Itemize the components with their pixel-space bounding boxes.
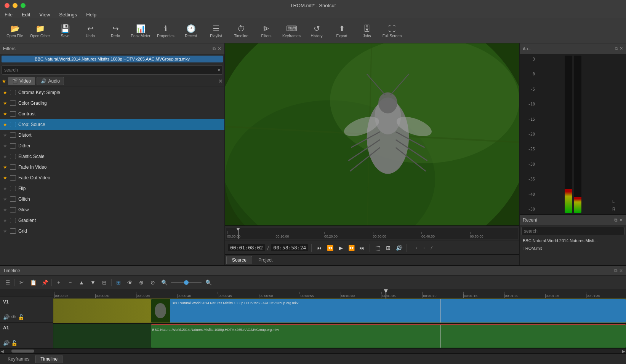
tab-project[interactable]: Project bbox=[253, 256, 278, 264]
timecode-current[interactable]: 00:01:08:02 bbox=[228, 244, 265, 251]
grid-button[interactable]: ⊞ bbox=[384, 243, 393, 252]
recent-panel-float-icon[interactable]: ⧉ bbox=[614, 217, 618, 223]
list-item[interactable]: ★ Flip bbox=[0, 183, 224, 194]
minimize-button[interactable] bbox=[13, 3, 18, 8]
list-item[interactable]: ★ Distort bbox=[0, 130, 224, 140]
vt-ruler[interactable]: 00:00:00 00:10:00 00:20:00 00:30:00 bbox=[226, 228, 518, 239]
a1-track-row[interactable]: BBC.Natural.World.2014.Natures.Misfits.1… bbox=[53, 324, 626, 349]
properties-button[interactable]: ℹ Properties bbox=[154, 21, 178, 42]
fullscreen-button[interactable]: ⛶ Full Screen bbox=[380, 21, 404, 42]
overwrite-button[interactable]: ▼ bbox=[88, 278, 98, 287]
audio-panel-close-icon[interactable]: ✕ bbox=[620, 46, 623, 51]
timeline-button[interactable]: ⏱ Timeline bbox=[229, 21, 253, 42]
filter-star-icon[interactable]: ★ bbox=[3, 133, 8, 138]
list-item[interactable]: ★ Fade Out Video bbox=[0, 172, 224, 183]
history-button[interactable]: ↺ History bbox=[305, 21, 328, 42]
save-button[interactable]: 💾 Save bbox=[53, 21, 77, 42]
zoom-out-button[interactable]: 🔍 bbox=[160, 278, 169, 287]
skip-to-start-button[interactable]: ⏮ bbox=[315, 243, 324, 252]
filter-star-icon[interactable]: ★ bbox=[3, 143, 8, 148]
video-timeline-ruler[interactable]: 00:00:00 00:10:00 00:20:00 00:30:00 bbox=[225, 225, 519, 241]
clip-main-v1[interactable]: BBC.Natural.World.2014.Natures.Misfits.1… bbox=[151, 299, 626, 322]
filter-star-icon[interactable]: ★ bbox=[3, 196, 8, 202]
zoom-in-button[interactable]: 🔍 bbox=[204, 278, 213, 287]
recent-panel-close-icon[interactable]: ✕ bbox=[619, 217, 623, 223]
a1-lock-icon[interactable]: 🔓 bbox=[11, 340, 18, 346]
play-button[interactable]: ▶ bbox=[336, 243, 345, 252]
v1-lock-icon[interactable]: 🔓 bbox=[18, 314, 24, 320]
list-item[interactable]: BBC.Natural.World.2014.Natures.Misfi... bbox=[520, 237, 626, 244]
scroll-right-arrow[interactable]: ▶ bbox=[622, 349, 625, 353]
list-item[interactable]: ★ Elastic Scale bbox=[0, 151, 224, 162]
ripple-button[interactable]: ⊞ bbox=[114, 278, 123, 287]
list-item[interactable]: ★ Glow bbox=[0, 204, 224, 215]
filters-search-input[interactable] bbox=[3, 67, 217, 73]
list-item[interactable]: ★ Glitch bbox=[0, 194, 224, 204]
lift-button[interactable]: ▲ bbox=[77, 278, 86, 287]
open-file-button[interactable]: 📂 Open File bbox=[3, 21, 27, 42]
window-controls[interactable] bbox=[5, 3, 26, 8]
v1-volume-icon[interactable]: 🔊 bbox=[3, 314, 10, 320]
filter-star-icon[interactable]: ★ bbox=[3, 228, 8, 234]
menu-help[interactable]: Help bbox=[85, 12, 98, 18]
filters-search-bar[interactable]: ✕ bbox=[2, 65, 223, 75]
filters-button[interactable]: ⫸ Filters bbox=[255, 21, 278, 42]
redo-button[interactable]: ↪ Redo bbox=[104, 21, 127, 42]
list-item[interactable]: ★ Gradient bbox=[0, 215, 224, 226]
clip-pre[interactable] bbox=[53, 299, 151, 322]
timeline-float-icon[interactable]: ⧉ bbox=[614, 268, 618, 273]
copy-button[interactable]: 📋 bbox=[29, 278, 38, 287]
menu-view[interactable]: View bbox=[38, 12, 51, 18]
v1-eye-icon[interactable]: 👁 bbox=[11, 314, 16, 320]
recent-button[interactable]: 🕐 Recent bbox=[179, 21, 203, 42]
in-point-button[interactable]: ⬚ bbox=[373, 243, 382, 252]
timeline-close-icon[interactable]: ✕ bbox=[619, 268, 623, 273]
close-button[interactable] bbox=[5, 3, 10, 8]
tab-timeline[interactable]: Timeline bbox=[35, 355, 62, 363]
jobs-button[interactable]: 🗄 Jobs bbox=[355, 21, 379, 42]
step-back-button[interactable]: ⏪ bbox=[325, 243, 335, 252]
panel-close-icon[interactable]: ✕ bbox=[218, 46, 221, 51]
preview-button[interactable]: 👁 bbox=[125, 278, 134, 287]
filter-star-icon[interactable]: ★ bbox=[3, 111, 8, 117]
zoom-to-fit-button[interactable]: ⊙ bbox=[148, 278, 157, 287]
v1-track-row[interactable]: BBC.Natural.World.2014.Natures.Misfits.1… bbox=[53, 299, 626, 324]
a1-volume-icon[interactable]: 🔊 bbox=[3, 340, 10, 346]
paste-button[interactable]: 📌 bbox=[40, 278, 49, 287]
filter-star-icon[interactable]: ★ bbox=[3, 154, 8, 159]
list-item[interactable]: ★ Dither bbox=[0, 140, 224, 151]
favorite-star-icon[interactable]: ★ bbox=[2, 78, 6, 84]
filter-star-icon[interactable]: ★ bbox=[3, 101, 8, 106]
keyframes-button[interactable]: ⌨ Keyframes bbox=[280, 21, 303, 42]
export-button[interactable]: ⬆ Export bbox=[330, 21, 354, 42]
filter-star-icon[interactable]: ★ bbox=[3, 164, 8, 170]
filter-star-icon[interactable]: ★ bbox=[3, 122, 8, 127]
scrollbar-thumb[interactable] bbox=[11, 350, 34, 353]
panel-float-icon[interactable]: ⧉ bbox=[213, 46, 216, 51]
playlist-button[interactable]: ☰ Playlist bbox=[204, 21, 228, 42]
menu-settings[interactable]: Settings bbox=[58, 12, 78, 18]
menu-file[interactable]: File bbox=[3, 12, 14, 18]
remove-track-button[interactable]: − bbox=[66, 278, 75, 287]
clip-main-a1[interactable]: BBC.Natural.World.2014.Natures.Misfits.1… bbox=[151, 324, 626, 348]
split-button[interactable]: ✂ bbox=[17, 278, 26, 287]
snap-button[interactable]: ⊕ bbox=[137, 278, 146, 287]
tab-video[interactable]: 🎬 Video bbox=[8, 77, 35, 85]
filter-star-icon[interactable]: ★ bbox=[3, 218, 8, 223]
tab-audio[interactable]: 🔊 Audio bbox=[37, 77, 64, 85]
list-item[interactable]: ★ Contrast bbox=[0, 109, 224, 119]
step-forward-button[interactable]: ⏩ bbox=[347, 243, 356, 252]
volume-button[interactable]: 🔊 bbox=[394, 243, 403, 252]
list-item[interactable]: ★ Color Grading bbox=[0, 98, 224, 109]
list-item[interactable]: ★ Crop: Source bbox=[0, 119, 224, 130]
list-item[interactable]: ★ Chroma Key: Simple bbox=[0, 87, 224, 98]
video-preview[interactable] bbox=[225, 43, 519, 225]
zoom-slider[interactable] bbox=[171, 282, 202, 283]
audio-panel-float-icon[interactable]: ⧉ bbox=[615, 46, 618, 51]
filter-star-icon[interactable]: ★ bbox=[3, 186, 8, 191]
list-item[interactable]: TROM.mlt bbox=[520, 244, 626, 252]
open-other-button[interactable]: 📁 Open Other bbox=[28, 21, 52, 42]
skip-to-end-button[interactable]: ⏭ bbox=[357, 243, 367, 252]
menu-edit[interactable]: Edit bbox=[20, 12, 32, 18]
add-track-button[interactable]: + bbox=[54, 278, 63, 287]
